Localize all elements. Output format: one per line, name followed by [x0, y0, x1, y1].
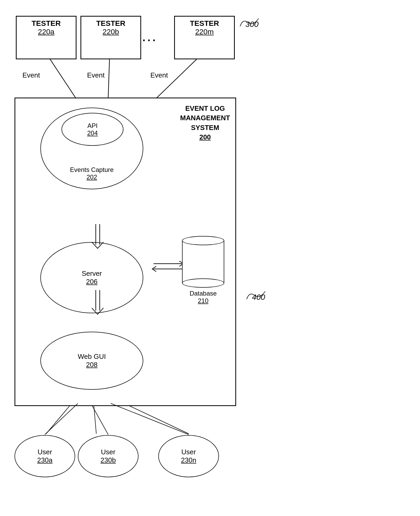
- svg-line-14: [94, 403, 96, 434]
- server-label: Server: [82, 269, 102, 278]
- event-label-b: Event: [87, 71, 105, 79]
- ref-400-squiggle: [244, 289, 268, 302]
- tester-a-id: 220a: [21, 28, 72, 36]
- tester-b-id: 220b: [85, 28, 136, 36]
- svg-line-23: [45, 403, 78, 435]
- event-label-m: Event: [150, 71, 168, 79]
- ellipsis-dots: ...: [142, 32, 158, 44]
- user-n-label: User: [182, 448, 196, 456]
- tester-m-id: 220m: [179, 28, 230, 36]
- ref-300-squiggle: [237, 16, 261, 29]
- events-capture-label: Events Capture: [70, 166, 113, 173]
- user-a-label: User: [38, 448, 52, 456]
- user-a-ellipse: User 230a: [15, 435, 75, 477]
- tester-a-title: TESTER: [21, 19, 72, 28]
- database-shape: Database 210: [182, 236, 224, 305]
- tester-a-box: TESTER 220a: [16, 16, 77, 59]
- database-label: Database 210: [190, 290, 217, 305]
- tester-b-title: TESTER: [85, 19, 136, 28]
- events-capture-ellipse: Events Capture 202: [40, 108, 143, 189]
- database-id: 210: [190, 297, 217, 305]
- svg-line-25: [111, 403, 189, 435]
- tester-m-title: TESTER: [179, 19, 230, 28]
- system-label: EVENT LOGMANAGEMENTSYSTEM 200: [180, 104, 230, 142]
- user-b-id: 230b: [101, 456, 116, 464]
- webgui-id: 208: [86, 361, 97, 369]
- user-a-id: 230a: [37, 456, 52, 464]
- diagram-container: TESTER 220a TESTER 220b ... TESTER 220m …: [0, 0, 420, 516]
- user-n-id: 230n: [181, 456, 196, 464]
- user-b-label: User: [101, 448, 116, 456]
- tester-b-box: TESTER 220b: [80, 16, 141, 59]
- event-label-a: Event: [22, 71, 40, 79]
- system-id: 200: [199, 133, 211, 141]
- server-ellipse: Server 206: [40, 242, 143, 313]
- webgui-ellipse: Web GUI 208: [40, 332, 143, 390]
- server-id: 206: [86, 278, 97, 286]
- events-capture-id: 202: [87, 173, 97, 181]
- tester-m-box: TESTER 220m: [174, 16, 235, 59]
- database-title: Database: [190, 290, 217, 297]
- webgui-label: Web GUI: [78, 353, 106, 361]
- user-b-ellipse: User 230b: [78, 435, 139, 477]
- svg-line-24: [92, 406, 108, 435]
- user-n-ellipse: User 230n: [158, 435, 219, 477]
